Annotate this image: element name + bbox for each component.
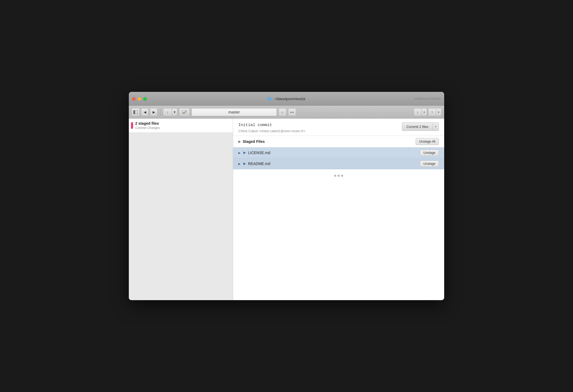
loading-dot-2 [338,175,340,177]
svg-rect-2 [182,110,187,114]
pull-button[interactable]: ↓ [414,108,422,116]
file-name-readme: README.md [248,162,418,166]
commit-dropdown-icon: ▾ [435,125,436,128]
toolbar: ◀ ▶ ↓ ▾ master ⌕ [129,106,444,119]
minimize-button[interactable] [138,97,141,101]
nav-back-icon: ◀ [144,110,146,114]
branch-selector[interactable]: master [191,108,277,116]
file-type-icon-2: ➤ [243,162,246,166]
detail-pane: Chloé Cabot <chloe.cabot1@univ-rouen.fr>… [233,119,444,300]
titlebar-center: ~/Sites/lpmn/IntroGit [268,97,305,101]
sidebar-item-title: 2 staged files [135,121,229,126]
staged-chevron-icon: ▶ [238,140,241,143]
maximize-button[interactable] [143,97,147,101]
toolbar-right: ↓ ▾ ↑ ▾ [414,108,442,116]
loading-dots [233,169,444,182]
commit-dropdown-button[interactable]: ▾ [433,122,439,131]
staged-section: ▶ Staged Files Unstage All [233,136,444,147]
staged-section-label: Staged Files [243,139,265,144]
push-dropdown-icon: ▾ [438,111,439,113]
check-icon [182,110,187,114]
push-button[interactable]: ↑ [428,108,436,116]
stage-button[interactable]: ↓ [163,108,172,116]
pull-dropdown-button[interactable]: ▾ [422,108,427,116]
unstage-readme-button[interactable]: Unstage [420,160,439,167]
detail-header: Chloé Cabot <chloe.cabot1@univ-rouen.fr>… [233,119,444,136]
toolbar-separator-1 [160,108,160,116]
detail-header-left: Chloé Cabot <chloe.cabot1@univ-rouen.fr> [238,122,397,133]
sidebar-item-subtitle: Commit Changes [135,126,229,130]
more-icon: ••• [290,111,294,114]
pull-button-group: ↓ ▾ [414,108,427,116]
commit-button-group: Commit 2 files ▾ [402,122,439,131]
sidebar: 2 staged files Commit Changes [129,119,233,300]
author-label: Chloé Cabot <chloe.cabot1@univ-rouen.fr> [238,129,397,133]
pull-dropdown-icon: ▾ [424,111,425,113]
window-controls [132,97,147,101]
branch-label: master [229,110,240,114]
window-title: ~/Sites/lpmn/IntroGit [274,97,305,101]
stage-button-group: ↓ ▾ [163,108,177,116]
push-icon: ↑ [431,110,433,114]
commit-message-input[interactable] [238,123,397,127]
unregistered-label: UNREGISTERED [415,97,441,100]
loading-dot-3 [341,175,343,177]
sidebar-icon [133,110,138,114]
svg-rect-0 [133,110,135,114]
check-button[interactable] [179,108,190,116]
titlebar: ~/Sites/lpmn/IntroGit UNREGISTERED [129,92,444,106]
unstage-license-button[interactable]: Unstage [420,150,439,156]
unstage-all-button[interactable]: Unstage All [416,138,439,145]
stage-down-icon: ↓ [167,110,169,114]
nav-fwd-icon: ▶ [153,110,155,114]
push-button-group: ↑ ▾ [428,108,442,116]
sidebar-toggle-button[interactable] [131,108,140,116]
svg-rect-1 [135,110,138,114]
pull-icon: ↓ [417,110,419,114]
loading-dot-1 [334,175,336,177]
folder-icon [268,97,272,100]
staged-toggle[interactable]: ▶ Staged Files [238,139,416,144]
sidebar-item-indicator [131,122,133,129]
sidebar-item-staged[interactable]: 2 staged files Commit Changes [129,119,233,133]
file-chevron-icon: ▶ [238,151,241,154]
file-chevron-icon-2: ▶ [238,162,241,165]
search-icon: ⌕ [281,110,284,114]
file-type-icon: ➤ [243,151,246,155]
close-button[interactable] [132,97,135,101]
commit-button[interactable]: Commit 2 files [402,122,433,131]
app-window: ~/Sites/lpmn/IntroGit UNREGISTERED ◀ ▶ ↓… [129,92,444,300]
nav-back-button[interactable]: ◀ [141,108,149,116]
push-dropdown-button[interactable]: ▾ [436,108,442,116]
more-button[interactable]: ••• [288,108,296,116]
file-name-license: LICENSE.md [248,151,418,155]
stage-dropdown-icon: ▾ [174,110,176,114]
stage-dropdown-button[interactable]: ▾ [172,108,177,116]
file-row-readme[interactable]: ▶ ➤ README.md Unstage [233,158,444,169]
main-content: 2 staged files Commit Changes Chloé Cabo… [129,119,444,300]
search-button[interactable]: ⌕ [278,108,286,116]
nav-forward-button[interactable]: ▶ [150,108,157,116]
file-row-license[interactable]: ▶ ➤ LICENSE.md Unstage [233,147,444,158]
